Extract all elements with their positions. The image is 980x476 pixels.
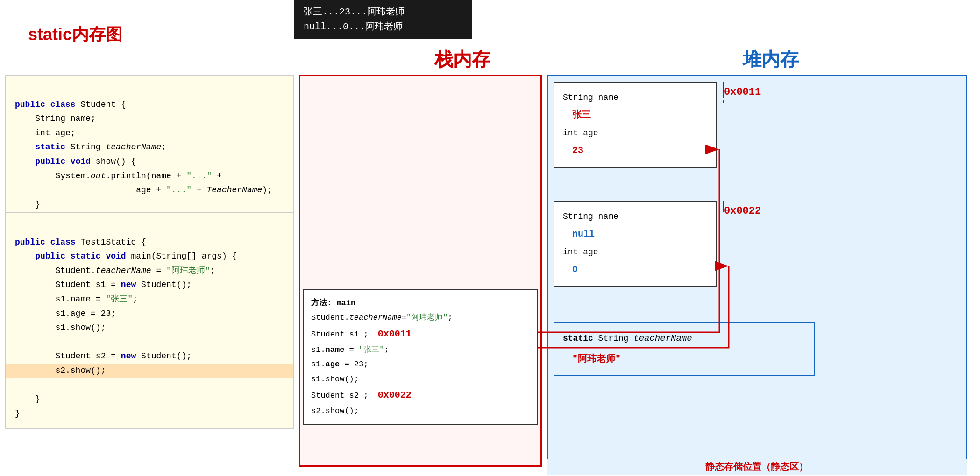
code-test1static-class: public class Test1Static { public static… [5, 212, 294, 429]
stack-memory-label: 栈内存 [364, 47, 561, 72]
output-box: 张三...23...阿玮老师 null...0...阿玮老师 [294, 0, 472, 39]
addr-0x0011: 0x0011 [724, 86, 761, 98]
heap-object-1: String name 张三 int age 23 [554, 82, 717, 168]
static-storage-area: static String teacherName "阿玮老师" [554, 322, 815, 376]
code-student-class: public class Student { String name; int … [5, 75, 294, 234]
page-title: static内存图 [28, 23, 122, 46]
heap-memory-label: 堆内存 [584, 47, 958, 72]
addr-0x0022: 0x0022 [724, 205, 761, 217]
stack-method-frame: 方法: main Student.teacherName="阿玮老师"; Stu… [303, 289, 538, 425]
heap-object-2: String name null int age 0 [554, 201, 717, 287]
static-area-label: 静态存储位置（静态区） [547, 459, 967, 475]
output-line1: 张三...23...阿玮老师 [304, 5, 462, 20]
output-line2: null...0...阿玮老师 [304, 20, 462, 35]
